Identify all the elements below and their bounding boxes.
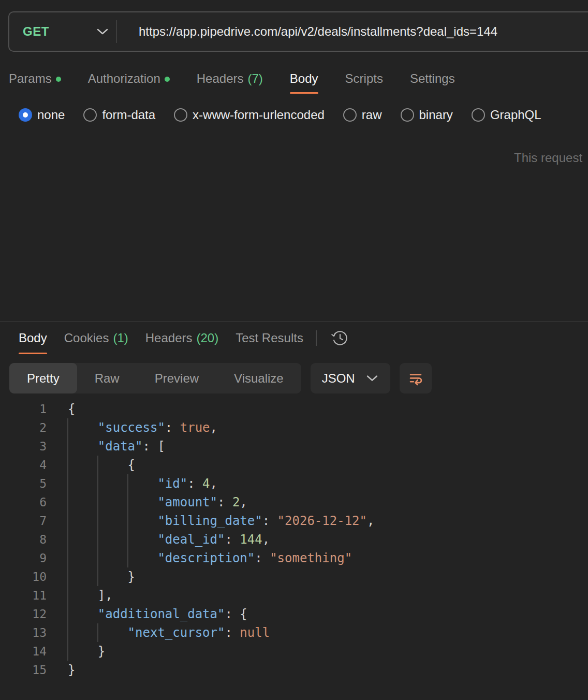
code-line: 10} bbox=[0, 567, 588, 586]
line-number: 14 bbox=[0, 642, 47, 661]
line-number: 5 bbox=[0, 474, 47, 493]
response-tabs-divider bbox=[316, 330, 317, 346]
token-key: "next_cursor" bbox=[128, 625, 225, 640]
response-view-switcher: PrettyRawPreviewVisualize bbox=[9, 363, 301, 393]
code-line: 13"next_cursor": null bbox=[0, 623, 588, 642]
body-type-raw[interactable]: raw bbox=[343, 108, 382, 122]
token-punct: : bbox=[225, 625, 240, 640]
token-punct: : [ bbox=[143, 439, 165, 454]
token-punct: : bbox=[255, 551, 270, 565]
body-type-form-data[interactable]: form-data bbox=[83, 108, 155, 122]
tab-body-label: Body bbox=[290, 71, 318, 86]
tab-headers[interactable]: Headers(7) bbox=[197, 64, 263, 94]
url-input[interactable]: https://app.pipedrive.com/api/v2/deals/i… bbox=[117, 24, 588, 39]
body-type-graphql-label: GraphQL bbox=[490, 108, 541, 122]
line-number: 6 bbox=[0, 493, 47, 512]
response-tab-cookies-count: (1) bbox=[113, 331, 128, 345]
code-line: 1{ bbox=[0, 400, 588, 418]
view-pretty[interactable]: Pretty bbox=[9, 363, 77, 393]
line-number: 15 bbox=[0, 661, 47, 679]
section-divider bbox=[0, 321, 588, 322]
code-line: 15} bbox=[0, 661, 588, 679]
token-punct: } bbox=[98, 644, 105, 659]
token-num: 144 bbox=[240, 532, 262, 547]
token-punct: } bbox=[128, 570, 135, 584]
body-type-none[interactable]: none bbox=[19, 108, 65, 122]
history-clock-icon bbox=[331, 329, 349, 347]
code-line: 4{ bbox=[0, 456, 588, 474]
request-body-message: This request bbox=[514, 151, 588, 165]
token-punct: , bbox=[210, 420, 217, 435]
indent-guide bbox=[97, 623, 98, 642]
token-key: "billing_date" bbox=[157, 514, 262, 528]
response-tab-body[interactable]: Body bbox=[19, 322, 47, 354]
view-raw[interactable]: Raw bbox=[77, 363, 137, 393]
token-key: "data" bbox=[98, 439, 143, 454]
code-line: 14} bbox=[0, 642, 588, 661]
code-line-content: "billing_date": "2026-12-12", bbox=[68, 512, 374, 530]
line-number: 11 bbox=[0, 586, 47, 605]
radio-icon bbox=[343, 108, 357, 122]
token-key: "amount" bbox=[157, 495, 217, 509]
code-line-content: } bbox=[68, 567, 135, 586]
token-punct: : { bbox=[225, 607, 247, 621]
tab-params[interactable]: Params bbox=[9, 64, 61, 94]
history-button[interactable] bbox=[331, 329, 349, 347]
response-tab-cookies-label: Cookies bbox=[64, 331, 109, 345]
token-key: "description" bbox=[157, 551, 255, 565]
tab-scripts[interactable]: Scripts bbox=[345, 64, 383, 94]
code-line: 12"additional_data": { bbox=[0, 605, 588, 623]
body-type-binary[interactable]: binary bbox=[401, 108, 453, 122]
token-punct: : bbox=[262, 514, 277, 528]
code-line-content: } bbox=[68, 642, 105, 661]
request-url-bar: GET https://app.pipedrive.com/api/v2/dea… bbox=[8, 11, 588, 52]
view-preview[interactable]: Preview bbox=[137, 363, 216, 393]
line-number: 3 bbox=[0, 437, 47, 456]
token-kw: null bbox=[240, 625, 270, 640]
token-punct: , bbox=[367, 514, 374, 528]
code-line-content: "id": 4, bbox=[68, 474, 217, 493]
token-num: 2 bbox=[232, 495, 240, 509]
tab-body[interactable]: Body bbox=[290, 64, 318, 94]
radio-dot bbox=[23, 112, 28, 118]
token-key: "success" bbox=[98, 420, 165, 435]
method-selector[interactable]: GET bbox=[9, 24, 116, 39]
tab-headers-label: Headers bbox=[197, 71, 244, 86]
line-number: 1 bbox=[0, 400, 47, 418]
line-number: 8 bbox=[0, 530, 47, 549]
method-label: GET bbox=[23, 24, 49, 39]
token-punct: : bbox=[165, 420, 180, 435]
tab-settings-label: Settings bbox=[410, 71, 455, 86]
response-tab-headers[interactable]: Headers(20) bbox=[145, 322, 218, 354]
tab-authorization[interactable]: Authorization bbox=[88, 64, 170, 94]
code-line-content: "data": [ bbox=[68, 437, 165, 456]
code-line-content: "success": true, bbox=[68, 418, 217, 437]
body-type-graphql[interactable]: GraphQL bbox=[472, 108, 541, 122]
green-dot-icon bbox=[56, 77, 61, 82]
token-punct: : bbox=[225, 532, 240, 547]
response-tab-headers-label: Headers bbox=[145, 331, 193, 345]
format-dropdown[interactable]: JSON bbox=[311, 363, 390, 393]
response-tab-cookies[interactable]: Cookies(1) bbox=[64, 322, 128, 354]
tab-settings[interactable]: Settings bbox=[410, 64, 455, 94]
token-punct: , bbox=[210, 476, 217, 491]
api-client-window: GET https://app.pipedrive.com/api/v2/dea… bbox=[0, 0, 588, 700]
response-view-controls: PrettyRawPreviewVisualize JSON bbox=[9, 363, 432, 393]
line-number: 12 bbox=[0, 605, 47, 623]
chevron-down-icon bbox=[366, 375, 378, 382]
code-line-content: { bbox=[68, 400, 75, 418]
tab-scripts-label: Scripts bbox=[345, 71, 383, 86]
body-type-x-www-form-urlencoded[interactable]: x-www-form-urlencoded bbox=[174, 108, 325, 122]
radio-icon bbox=[174, 108, 187, 122]
indent-guide bbox=[97, 456, 98, 586]
response-body-json[interactable]: 1{2"success": true,3"data": [4{5"id": 4,… bbox=[0, 400, 588, 679]
code-line: 5"id": 4, bbox=[0, 474, 588, 493]
view-visualize[interactable]: Visualize bbox=[216, 363, 301, 393]
radio-icon bbox=[83, 108, 97, 122]
body-type-binary-label: binary bbox=[419, 108, 453, 122]
request-tabs: ParamsAuthorizationHeaders(7)BodyScripts… bbox=[0, 64, 588, 94]
wrap-text-button[interactable] bbox=[400, 363, 432, 393]
body-type-raw-label: raw bbox=[362, 108, 382, 122]
response-tab-test-results[interactable]: Test Results bbox=[236, 322, 303, 354]
line-number: 4 bbox=[0, 456, 47, 474]
